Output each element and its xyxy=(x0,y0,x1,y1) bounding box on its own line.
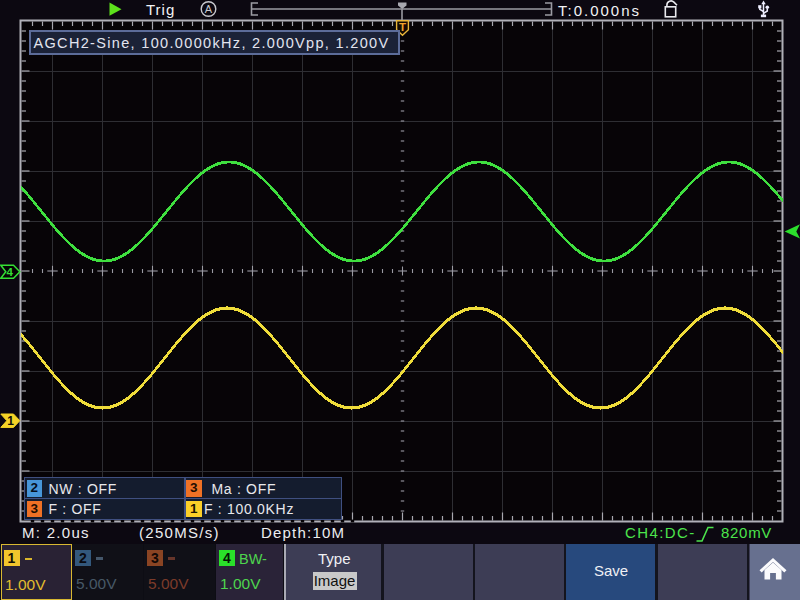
svg-text:4: 4 xyxy=(7,266,14,278)
svg-text:1: 1 xyxy=(7,414,14,428)
svg-text:A: A xyxy=(205,3,213,15)
svg-text:T: T xyxy=(399,21,406,33)
